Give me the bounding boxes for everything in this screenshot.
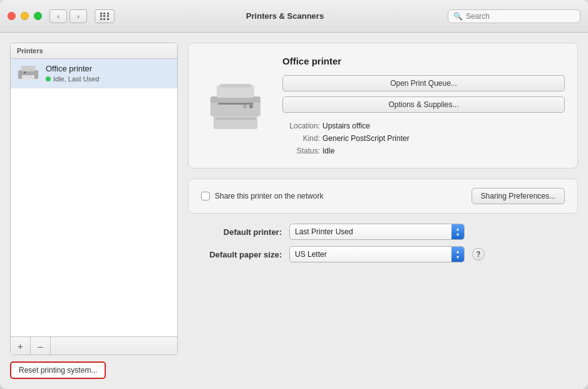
action-buttons: Open Print Queue... Options & Supplies..… <box>282 75 565 113</box>
right-panel: Office printer Open Print Queue... Optio… <box>188 43 578 379</box>
detail-printer-name: Office printer <box>282 56 565 66</box>
minimize-button[interactable] <box>21 12 29 20</box>
titlebar: ‹ › Printers & Scanners 🔍 <box>0 0 588 33</box>
chevron-right-icon: › <box>77 13 80 20</box>
panel-footer: + – <box>11 336 177 355</box>
default-paper-select[interactable]: US Letter ▲ ▼ <box>289 246 465 262</box>
options-supplies-button[interactable]: Options & Supplies... <box>282 96 565 113</box>
forward-button[interactable]: › <box>70 9 87 23</box>
share-checkbox-area: Share this printer on the network <box>201 192 323 200</box>
location-label: Location: <box>282 122 320 130</box>
kind-value: Generic PostScript Printer <box>322 134 410 143</box>
bottom-controls: Default printer: Last Printer Used ▲ ▼ D… <box>188 224 578 262</box>
printer-name: Office printer <box>46 64 99 73</box>
svg-rect-10 <box>220 84 251 88</box>
select-arrows-icon: ▲ ▼ <box>451 224 464 239</box>
default-paper-label: Default paper size: <box>194 250 282 259</box>
default-paper-row: Default paper size: US Letter ▲ ▼ ? <box>194 246 572 262</box>
default-printer-value: Last Printer Used <box>295 227 459 236</box>
remove-printer-button[interactable]: – <box>31 337 51 355</box>
printer-large-icon <box>204 79 267 132</box>
status-value: Idle <box>322 147 334 155</box>
status-text: Idle, Last Used <box>53 75 99 83</box>
kind-row: Kind: Generic PostScript Printer <box>282 134 565 143</box>
kind-label: Kind: <box>282 134 320 143</box>
grid-icon <box>100 13 110 20</box>
open-print-queue-button[interactable]: Open Print Queue... <box>282 75 565 91</box>
share-checkbox[interactable] <box>201 192 210 200</box>
location-row: Location: Upstairs office <box>282 122 565 130</box>
arrow-up-icon: ▲ <box>456 227 460 231</box>
printer-detail-info: Office printer Open Print Queue... Optio… <box>282 56 565 155</box>
window: ‹ › Printers & Scanners 🔍 Printers <box>0 0 588 389</box>
share-section: Share this printer on the network Sharin… <box>188 179 578 214</box>
svg-rect-4 <box>214 115 257 129</box>
search-input[interactable] <box>466 12 575 21</box>
svg-point-11 <box>249 105 253 108</box>
paper-arrow-down-icon: ▼ <box>456 255 460 259</box>
chevron-left-icon: ‹ <box>57 13 59 20</box>
help-button[interactable]: ? <box>472 248 485 261</box>
reset-printing-system-button[interactable]: Reset printing system... <box>10 361 106 379</box>
panel-header: Printers <box>11 43 177 59</box>
printer-list: Office printer Idle, Last Used <box>11 59 177 336</box>
maximize-button[interactable] <box>34 12 42 20</box>
svg-rect-1 <box>21 66 35 71</box>
paper-arrow-up-icon: ▲ <box>456 249 460 254</box>
nav-buttons: ‹ › <box>49 9 87 23</box>
printer-status: Idle, Last Used <box>46 75 99 83</box>
main-content: Printers Office printer <box>0 33 588 389</box>
status-dot <box>46 76 51 81</box>
location-value: Upstairs office <box>322 122 370 130</box>
arrow-down-icon: ▼ <box>456 232 460 237</box>
printer-meta: Location: Upstairs office Kind: Generic … <box>282 122 565 155</box>
status-row: Status: Idle <box>282 147 565 155</box>
sharing-preferences-button[interactable]: Sharing Preferences... <box>472 188 565 204</box>
svg-rect-8 <box>218 103 253 105</box>
search-box[interactable]: 🔍 <box>448 9 580 23</box>
printer-small-icon <box>17 65 39 82</box>
printer-image-area <box>201 56 270 155</box>
svg-rect-3 <box>24 71 26 73</box>
left-panel: Printers Office printer <box>10 43 178 379</box>
add-printer-button[interactable]: + <box>11 337 31 355</box>
list-item[interactable]: Office printer Idle, Last Used <box>11 59 177 88</box>
svg-point-12 <box>243 105 247 108</box>
default-printer-label: Default printer: <box>194 227 282 237</box>
traffic-lights <box>8 12 42 20</box>
default-printer-row: Default printer: Last Printer Used ▲ ▼ <box>194 224 572 240</box>
printer-detail-card: Office printer Open Print Queue... Optio… <box>188 43 578 169</box>
app-grid-button[interactable] <box>95 9 115 23</box>
window-title: Printers & Scanners <box>122 11 448 21</box>
share-label: Share this printer on the network <box>215 192 323 200</box>
search-icon: 🔍 <box>453 12 463 21</box>
paper-select-arrows-icon: ▲ ▼ <box>451 247 464 262</box>
printers-panel: Printers Office printer <box>10 43 178 355</box>
svg-rect-2 <box>22 75 34 80</box>
default-paper-value: US Letter <box>295 250 459 259</box>
status-label: Status: <box>282 147 320 155</box>
printer-info: Office printer Idle, Last Used <box>46 64 99 83</box>
default-printer-select[interactable]: Last Printer Used ▲ ▼ <box>289 224 465 240</box>
svg-rect-5 <box>215 118 255 120</box>
close-button[interactable] <box>8 12 16 20</box>
back-button[interactable]: ‹ <box>49 9 67 23</box>
